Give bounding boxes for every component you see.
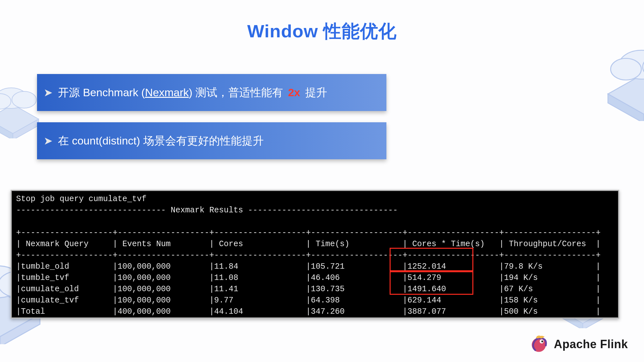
slide-title: Window 性能优化	[0, 19, 644, 44]
footer: Apache Flink	[530, 335, 628, 354]
footer-brand: Apache Flink	[554, 338, 628, 351]
highlight-2x: 2x	[288, 86, 300, 98]
callout-benchmark: ➤ 开源 Benchmark (Nexmark) 测试，普适性能有 2x 提升	[37, 74, 386, 111]
text-suffix: 提升	[302, 86, 327, 98]
svg-point-0	[0, 88, 27, 108]
callout-text: 开源 Benchmark (Nexmark) 测试，普适性能有 2x 提升	[58, 85, 327, 100]
svg-point-14	[541, 340, 543, 342]
bullet-icon: ➤	[44, 135, 52, 146]
terminal-output: Stop job query cumulate_tvf ------------…	[11, 190, 619, 319]
callout-count-distinct: ➤ 在 count(distinct) 场景会有更好的性能提升	[37, 122, 386, 159]
flink-logo-icon	[530, 335, 549, 354]
text-mid: ) 测试，普适性能有	[189, 86, 286, 98]
svg-point-6	[619, 50, 644, 79]
nexmark-link[interactable]: Nexmark	[145, 86, 189, 98]
svg-point-7	[643, 55, 644, 79]
callout-text: 在 count(distinct) 场景会有更好的性能提升	[58, 134, 264, 148]
svg-point-2	[0, 94, 11, 109]
cloud-decor-right	[594, 40, 644, 121]
svg-point-1	[12, 91, 36, 108]
svg-point-8	[611, 58, 641, 80]
text-prefix: 开源 Benchmark (	[58, 86, 145, 98]
bullet-icon: ➤	[44, 87, 52, 98]
